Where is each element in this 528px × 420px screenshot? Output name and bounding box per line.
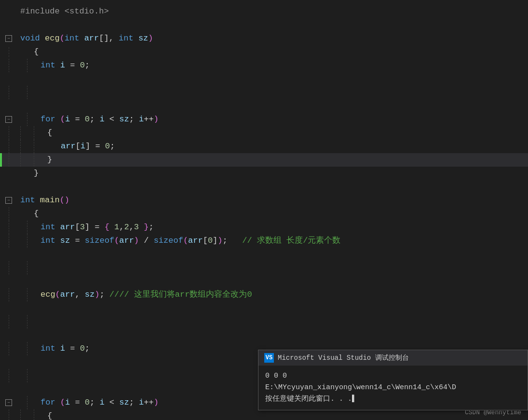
code-line-16: int sz = sizeof ( arr ) / sizeof ( arr […: [0, 234, 528, 248]
line-content-13: int main (): [17, 194, 523, 207]
fold-gutter-14: [0, 207, 17, 221]
code-line-12: [0, 180, 528, 194]
code-editor: #include <stdio.h> − void ecg ( int arr …: [0, 0, 528, 420]
fold-gutter-23: [0, 409, 17, 420]
line-content-7: for ( i = 0 ; i < sz ; i ++ ): [17, 113, 523, 126]
line-content-6: [17, 72, 523, 113]
fold-gutter-20: [0, 342, 17, 355]
line-content-5: int i = 0 ;: [17, 59, 523, 72]
preproc-token: #include <stdio.h>: [20, 5, 109, 18]
comment-ecg: //// 这里我们将arr数组内容全改为0: [105, 288, 252, 302]
fold-gutter-16: [0, 234, 17, 248]
line-content-11: }: [17, 167, 523, 180]
code-line-1: #include <stdio.h>: [0, 5, 528, 18]
function-ecg: ecg: [45, 32, 60, 45]
debug-console-header: VS Microsoft Visual Studio 调试控制台: [258, 350, 528, 366]
line-content-9: arr [ i ] = 0 ;: [17, 140, 523, 153]
fold-gutter-7[interactable]: −: [0, 116, 17, 123]
fold-gutter-10: [0, 153, 17, 167]
code-line-4: {: [0, 45, 528, 59]
fold-gutter-22[interactable]: −: [0, 399, 17, 406]
debug-console-title: Microsoft Visual Studio 调试控制台: [278, 354, 409, 362]
line-content-15: int arr [ 3 ] = { 1 , 2 , 3 } ;: [17, 221, 523, 234]
fold-button-3[interactable]: −: [5, 35, 12, 42]
debug-output-line3: 按任意键关闭此窗口. . .▌: [265, 394, 521, 405]
fold-gutter-21: [0, 369, 17, 382]
line-content-10: }: [17, 153, 523, 167]
code-line-9: arr [ i ] = 0 ;: [0, 140, 528, 153]
code-line-17: [0, 248, 528, 288]
line-content-14: {: [17, 207, 523, 221]
line-content-2: [17, 18, 523, 32]
line-content-19: [17, 302, 523, 342]
line-content-3: void ecg ( int arr [], int sz ): [17, 32, 523, 45]
code-line-15: int arr [ 3 ] = { 1 , 2 , 3 } ;: [0, 221, 528, 234]
fold-gutter-3[interactable]: −: [0, 35, 17, 42]
fold-button-13[interactable]: −: [5, 197, 12, 204]
code-line-5: int i = 0 ;: [0, 59, 528, 72]
code-line-3: − void ecg ( int arr [], int sz ): [0, 32, 528, 45]
line-content-8: {: [17, 126, 523, 140]
fold-gutter-19: [0, 315, 17, 328]
code-line-11: }: [0, 167, 528, 180]
code-line-14: {: [0, 207, 528, 221]
fold-gutter-15: [0, 221, 17, 234]
code-line-23: {: [0, 409, 528, 420]
code-line-2: [0, 18, 528, 32]
code-line-10: }: [0, 153, 528, 167]
line-content-23: {: [17, 409, 523, 420]
fold-gutter-6: [0, 86, 17, 99]
fold-button-22[interactable]: −: [5, 399, 12, 406]
line-content-12: [17, 180, 523, 194]
function-main: main: [40, 194, 60, 207]
fold-gutter-18: [0, 288, 17, 302]
code-line-13: − int main (): [0, 194, 528, 207]
debug-output-line1: 0 0 0: [265, 370, 521, 382]
vs-icon: VS: [264, 353, 274, 363]
fold-gutter-8: [0, 126, 17, 140]
code-line-8: {: [0, 126, 528, 140]
debug-console: VS Microsoft Visual Studio 调试控制台 0 0 0 E…: [258, 350, 528, 410]
line-content-1: #include <stdio.h>: [17, 5, 523, 18]
code-line-7: − for ( i = 0 ; i < sz ; i ++ ): [0, 113, 528, 126]
comment-sz: // 求数组 长度/元素个数: [228, 234, 341, 248]
fold-gutter-13[interactable]: −: [0, 197, 17, 204]
fold-gutter-5: [0, 59, 17, 72]
line-content-17: [17, 248, 523, 288]
debug-console-body: 0 0 0 E:\MYcyuyan_xianyong\wenn14_c\Wenn…: [258, 366, 528, 410]
code-line-18: ecg ( arr , sz ) ; //// 这里我们将arr数组内容全改为0: [0, 288, 528, 302]
fold-gutter-17: [0, 261, 17, 275]
line-content-4: {: [17, 45, 523, 59]
fold-gutter-9: [0, 140, 17, 153]
fold-button-7[interactable]: −: [5, 116, 12, 123]
fold-gutter-4: [0, 47, 17, 57]
line-content-16: int sz = sizeof ( arr ) / sizeof ( arr […: [17, 234, 523, 248]
code-line-6: [0, 72, 528, 113]
keyword-void: void: [20, 32, 40, 45]
code-line-19: [0, 302, 528, 342]
line-content-18: ecg ( arr , sz ) ; //// 这里我们将arr数组内容全改为0: [17, 288, 523, 302]
green-indicator: [0, 153, 2, 167]
debug-output-line2: E:\MYcyuyan_xianyong\wenn14_c\Wenn14_c\x…: [265, 382, 521, 394]
